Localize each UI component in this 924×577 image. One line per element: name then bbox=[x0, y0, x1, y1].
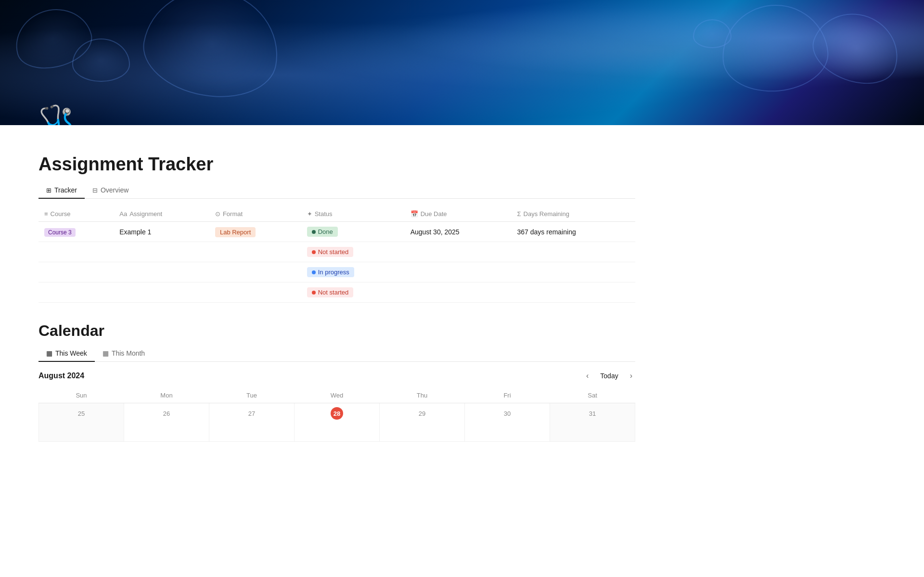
assignment-col-label: Assignment bbox=[129, 210, 162, 218]
table-row[interactable]: In progress bbox=[38, 262, 635, 282]
page-icon: 🩺 bbox=[38, 106, 75, 125]
cell-assignment: Example 1 bbox=[114, 222, 209, 242]
tab-tracker-label: Tracker bbox=[54, 186, 77, 194]
days-col-label: Days Remaining bbox=[524, 210, 569, 218]
cal-tab-this-week[interactable]: ▦ This Week bbox=[38, 346, 95, 362]
calendar-section: Calendar ▦ This Week ▦ This Month August… bbox=[38, 322, 635, 442]
cell-status: Not started bbox=[301, 282, 405, 303]
cal-prev-button[interactable]: ‹ bbox=[583, 370, 591, 382]
calendar-tabs: ▦ This Week ▦ This Month bbox=[38, 346, 635, 362]
hero-banner: 🩺 bbox=[0, 0, 924, 125]
table-row[interactable]: Not started bbox=[38, 282, 635, 303]
cell-course bbox=[38, 262, 114, 282]
this-week-tab-label: This Week bbox=[55, 349, 87, 357]
cell-days-remaining bbox=[512, 262, 635, 282]
this-month-tab-label: This Month bbox=[112, 349, 145, 357]
col-format: ⊙ Format bbox=[209, 206, 301, 222]
course-col-icon: ≡ bbox=[44, 210, 48, 218]
calendar-day-header: Thu bbox=[380, 388, 465, 403]
table-row[interactable]: Not started bbox=[38, 242, 635, 262]
table-row[interactable]: Course 3Example 1Lab ReportDoneAugust 30… bbox=[38, 222, 635, 242]
table-header-row: ≡ Course Aa Assignment ⊙ Format bbox=[38, 206, 635, 222]
calendar-day-header: Sat bbox=[550, 388, 635, 403]
cell-days-remaining: 367 days remaining bbox=[512, 222, 635, 242]
day-number: 28 bbox=[331, 407, 343, 420]
calendar-grid: SunMonTueWedThuFriSat 25262728293031 bbox=[38, 388, 635, 442]
calendar-month-year: August 2024 bbox=[38, 372, 84, 380]
day-number: 25 bbox=[75, 407, 88, 420]
section-divider bbox=[38, 303, 635, 322]
calendar-day-header: Mon bbox=[124, 388, 209, 403]
col-days-remaining: Σ Days Remaining bbox=[512, 206, 635, 222]
cal-next-button[interactable]: › bbox=[627, 370, 635, 382]
cell-course bbox=[38, 282, 114, 303]
col-course: ≡ Course bbox=[38, 206, 114, 222]
day-number: 29 bbox=[416, 407, 428, 420]
cal-today-button[interactable]: Today bbox=[595, 370, 623, 382]
cell-days-remaining bbox=[512, 282, 635, 303]
day-number: 31 bbox=[586, 407, 599, 420]
due-date-col-label: Due Date bbox=[421, 210, 447, 218]
status-badge: Not started bbox=[307, 247, 354, 257]
cell-format bbox=[209, 262, 301, 282]
tab-overview[interactable]: ⊟ Overview bbox=[85, 182, 136, 199]
status-col-icon: ✦ bbox=[307, 210, 312, 218]
course-col-label: Course bbox=[51, 210, 71, 218]
day-number: 27 bbox=[245, 407, 258, 420]
assignment-col-icon: Aa bbox=[119, 210, 127, 218]
calendar-day-cell[interactable]: 29 bbox=[380, 403, 465, 442]
cell-format bbox=[209, 242, 301, 262]
cell-assignment bbox=[114, 282, 209, 303]
main-tabs: ⊞ Tracker ⊟ Overview bbox=[38, 182, 635, 199]
this-month-tab-icon: ▦ bbox=[103, 349, 109, 357]
col-status: ✦ Status bbox=[301, 206, 405, 222]
calendar-day-header: Wed bbox=[295, 388, 380, 403]
calendar-day-cell[interactable]: 28 bbox=[295, 403, 380, 442]
calendar-day-header: Sun bbox=[39, 388, 124, 403]
cal-tab-this-month[interactable]: ▦ This Month bbox=[95, 346, 153, 362]
this-week-tab-icon: ▦ bbox=[46, 349, 52, 357]
cell-status: Done bbox=[301, 222, 405, 242]
tab-tracker[interactable]: ⊞ Tracker bbox=[38, 182, 85, 199]
jellyfish-2 bbox=[136, 0, 287, 107]
tracker-tab-icon: ⊞ bbox=[46, 187, 51, 194]
tab-overview-label: Overview bbox=[101, 186, 128, 194]
status-dot bbox=[312, 291, 316, 295]
jellyfish-6 bbox=[693, 19, 732, 48]
status-badge: Done bbox=[307, 227, 338, 237]
due-date-col-icon: 📅 bbox=[411, 210, 418, 218]
cell-course: Course 3 bbox=[38, 222, 114, 242]
cell-due-date bbox=[405, 262, 512, 282]
status-badge: Not started bbox=[307, 287, 354, 297]
calendar-title: Calendar bbox=[38, 322, 635, 340]
format-badge: Lab Report bbox=[215, 227, 256, 237]
cell-format: Lab Report bbox=[209, 222, 301, 242]
course-badge: Course 3 bbox=[44, 228, 76, 237]
day-number: 30 bbox=[501, 407, 513, 420]
calendar-day-cell[interactable]: 31 bbox=[550, 403, 635, 442]
calendar-day-cell[interactable]: 26 bbox=[124, 403, 209, 442]
cell-due-date: August 30, 2025 bbox=[405, 222, 512, 242]
day-number: 26 bbox=[160, 407, 173, 420]
calendar-week-row: 25262728293031 bbox=[39, 403, 635, 442]
cell-status: Not started bbox=[301, 242, 405, 262]
calendar-header: August 2024 ‹ Today › bbox=[38, 370, 635, 382]
calendar-day-header: Tue bbox=[209, 388, 295, 403]
format-col-icon: ⊙ bbox=[215, 210, 220, 218]
cell-assignment bbox=[114, 242, 209, 262]
calendar-day-cell[interactable]: 25 bbox=[39, 403, 124, 442]
jellyfish-4 bbox=[804, 1, 909, 94]
calendar-day-cell[interactable]: 27 bbox=[209, 403, 295, 442]
cell-course bbox=[38, 242, 114, 262]
cell-status: In progress bbox=[301, 262, 405, 282]
tracker-table: ≡ Course Aa Assignment ⊙ Format bbox=[38, 206, 635, 303]
calendar-day-cell[interactable]: 30 bbox=[465, 403, 550, 442]
calendar-navigation: ‹ Today › bbox=[583, 370, 635, 382]
status-dot bbox=[312, 270, 316, 274]
format-col-label: Format bbox=[223, 210, 243, 218]
calendar-day-header: Fri bbox=[465, 388, 550, 403]
status-col-label: Status bbox=[315, 210, 333, 218]
page-title: Assignment Tracker bbox=[38, 154, 635, 175]
status-dot bbox=[312, 230, 316, 234]
overview-tab-icon: ⊟ bbox=[92, 187, 98, 194]
